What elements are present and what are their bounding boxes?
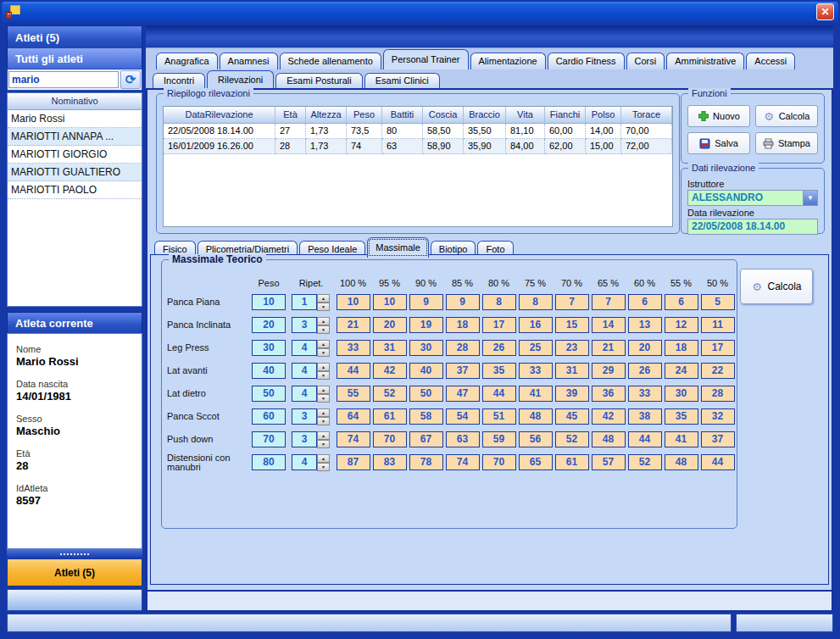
atleti-bottom-button[interactable]: Atleti (5) [7, 558, 142, 586]
massimale-value-cell[interactable]: 74 [337, 431, 370, 447]
massimale-value-cell[interactable]: 13 [628, 317, 662, 333]
massimale-value-cell[interactable]: 8 [482, 294, 516, 310]
stepper-up-icon[interactable]: ▲ [317, 340, 330, 348]
massimale-value-cell[interactable]: 9 [446, 294, 480, 310]
ripet-value[interactable]: 3 [292, 408, 317, 425]
subtab-esami-clinici[interactable]: Esami Clinici [364, 73, 440, 88]
stepper-up-icon[interactable]: ▲ [317, 408, 330, 417]
massimale-value-cell[interactable]: 26 [628, 363, 662, 379]
list-item[interactable]: MARIOTTI ANNAPA ... [8, 128, 142, 146]
massimale-value-cell[interactable]: 11 [701, 317, 735, 333]
nuovo-button[interactable]: Nuovo [687, 105, 750, 127]
list-item[interactable]: MARIOTTI PAOLO [8, 181, 142, 199]
massimale-value-cell[interactable]: 42 [592, 408, 626, 425]
massimale-value-cell[interactable]: 45 [555, 408, 589, 425]
ripet-stepper[interactable]: 4▲▼ [292, 454, 331, 470]
massimale-value-cell[interactable]: 56 [519, 431, 553, 447]
subtab-rilevazioni[interactable]: Rilevazioni [207, 70, 274, 88]
massimale-value-cell[interactable]: 48 [665, 454, 698, 470]
ripet-stepper[interactable]: 3▲▼ [292, 317, 331, 333]
ripet-stepper[interactable]: 3▲▼ [292, 408, 331, 425]
massimale-value-cell[interactable]: 32 [701, 408, 735, 425]
stepper-down-icon[interactable]: ▼ [317, 303, 330, 311]
massimale-value-cell[interactable]: 28 [701, 386, 735, 402]
calcola-button[interactable]: ⚙ Calcola [755, 105, 818, 127]
massimale-value-cell[interactable]: 38 [628, 408, 662, 425]
massimale-value-cell[interactable]: 14 [592, 317, 626, 333]
massimale-value-cell[interactable]: 18 [665, 340, 698, 356]
massimale-value-cell[interactable]: 40 [409, 363, 443, 379]
massimale-value-cell[interactable]: 70 [482, 454, 516, 470]
list-item[interactable]: MARIOTTI GIORGIO [8, 146, 142, 164]
massimale-value-cell[interactable]: 83 [373, 454, 407, 470]
massimale-value-cell[interactable]: 37 [701, 431, 735, 447]
tab-corsi[interactable]: Corsi [626, 53, 665, 69]
massimale-value-cell[interactable]: 30 [665, 386, 698, 402]
tab-anagrafica[interactable]: Anagrafica [156, 53, 218, 69]
massimale-value-cell[interactable]: 24 [665, 363, 698, 379]
ripet-value[interactable]: 4 [292, 363, 317, 379]
massimale-value-cell[interactable]: 44 [628, 431, 662, 447]
massimale-value-cell[interactable]: 31 [555, 363, 589, 379]
list-item[interactable]: MARIOTTI GUALTIERO [8, 164, 142, 181]
massimale-value-cell[interactable]: 17 [482, 317, 516, 333]
massimale-value-cell[interactable]: 33 [337, 340, 370, 356]
refresh-icon[interactable]: ⟳ [120, 70, 141, 89]
massimale-value-cell[interactable]: 64 [337, 408, 370, 425]
tab-accessi[interactable]: Accessi [746, 53, 795, 69]
massimale-value-cell[interactable]: 33 [519, 363, 553, 379]
massimale-value-cell[interactable]: 23 [555, 340, 589, 356]
massimale-value-cell[interactable]: 33 [628, 386, 662, 402]
massimale-value-cell[interactable]: 87 [337, 454, 370, 470]
splitter-handle[interactable] [7, 549, 142, 558]
massimale-value-cell[interactable]: 57 [592, 454, 626, 470]
massimale-value-cell[interactable]: 5 [701, 294, 735, 310]
stampa-button[interactable]: Stampa [755, 132, 818, 154]
massimale-value-cell[interactable]: 48 [519, 408, 553, 425]
massimale-value-cell[interactable]: 55 [337, 386, 370, 402]
subtab-incontri[interactable]: Incontri [153, 73, 205, 88]
peso-input[interactable]: 20 [252, 317, 286, 333]
massimale-value-cell[interactable]: 30 [409, 340, 443, 356]
stepper-up-icon[interactable]: ▲ [317, 363, 330, 371]
massimale-value-cell[interactable]: 47 [446, 386, 480, 402]
massimale-value-cell[interactable]: 22 [701, 363, 735, 379]
salva-button[interactable]: Salva [687, 132, 750, 154]
massimale-value-cell[interactable]: 65 [519, 454, 553, 470]
massimale-value-cell[interactable]: 31 [373, 340, 407, 356]
peso-input[interactable]: 80 [252, 454, 286, 470]
massimale-value-cell[interactable]: 6 [628, 294, 662, 310]
stepper-up-icon[interactable]: ▲ [317, 454, 330, 463]
ripet-stepper[interactable]: 4▲▼ [292, 340, 331, 356]
table-row[interactable]: 16/01/2009 16.26.00281,73746358,9035,908… [164, 139, 672, 154]
massimale-value-cell[interactable]: 8 [519, 294, 553, 310]
massimale-value-cell[interactable]: 20 [628, 340, 662, 356]
massimale-value-cell[interactable]: 21 [592, 340, 626, 356]
tab-cardio-fitness[interactable]: Cardio Fitness [548, 53, 625, 69]
massimale-value-cell[interactable]: 17 [701, 340, 735, 356]
massimale-value-cell[interactable]: 39 [555, 386, 589, 402]
massimale-value-cell[interactable]: 19 [409, 317, 443, 333]
istruttore-combobox[interactable]: ALESSANDRO ▼ [687, 190, 818, 206]
peso-input[interactable]: 70 [252, 431, 286, 447]
peso-input[interactable]: 60 [252, 408, 286, 425]
massimale-value-cell[interactable]: 20 [373, 317, 407, 333]
massimale-calcola-button[interactable]: ⚙ Calcola [740, 269, 813, 304]
massimale-value-cell[interactable]: 37 [446, 363, 480, 379]
massimale-value-cell[interactable]: 18 [446, 317, 480, 333]
peso-input[interactable]: 10 [252, 294, 286, 310]
close-button[interactable]: ✕ [816, 3, 834, 20]
ripet-stepper[interactable]: 1▲▼ [292, 294, 331, 310]
tab-amministrative[interactable]: Amministrative [666, 53, 744, 69]
tab-anamnesi[interactable]: Anamnesi [220, 53, 278, 69]
massimale-value-cell[interactable]: 48 [592, 431, 626, 447]
massimale-value-cell[interactable]: 6 [665, 294, 698, 310]
ripet-value[interactable]: 3 [292, 317, 317, 333]
stepper-down-icon[interactable]: ▼ [317, 394, 330, 403]
massimale-value-cell[interactable]: 41 [519, 386, 553, 402]
massimale-value-cell[interactable]: 67 [409, 431, 443, 447]
tab-personal-trainer[interactable]: Personal Trainer [383, 49, 469, 69]
massimale-value-cell[interactable]: 78 [409, 454, 443, 470]
massimale-value-cell[interactable]: 10 [373, 294, 407, 310]
ripet-value[interactable]: 4 [292, 454, 317, 470]
